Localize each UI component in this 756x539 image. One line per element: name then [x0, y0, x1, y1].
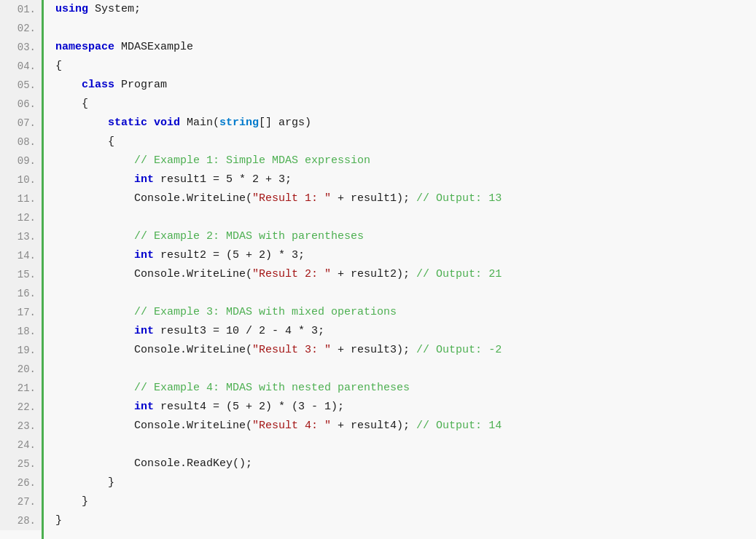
token-plain	[55, 401, 134, 413]
token-comment: // Example 1: Simple MDAS expression	[134, 154, 370, 167]
token-string: "Result 1: "	[252, 192, 331, 205]
code-line: static void Main(string[] args)	[55, 114, 756, 133]
code-line: Console.WriteLine("Result 1: " + result1…	[55, 189, 756, 208]
code-line: {	[55, 133, 756, 152]
token-plain	[55, 249, 134, 261]
code-line: namespace MDASExample	[55, 38, 756, 57]
line-number: 09.	[0, 152, 42, 170]
token-plain: Console.WriteLine(	[55, 268, 252, 280]
token-plain	[55, 173, 134, 186]
line-number: 02.	[0, 19, 42, 38]
line-number: 04.	[0, 57, 42, 76]
line-number: 18.	[0, 322, 42, 341]
code-line: }	[55, 511, 756, 530]
code-line: }	[55, 473, 756, 492]
code-line: int result1 = 5 * 2 + 3;	[55, 170, 756, 189]
token-kw: using	[55, 3, 88, 15]
token-kw: int	[134, 249, 154, 261]
token-string: "Result 2: "	[252, 268, 331, 280]
line-number: 11.	[0, 189, 42, 208]
token-comment: // Output: 14	[416, 420, 502, 432]
token-plain: result2 = (5 + 2) * 3;	[154, 249, 305, 261]
code-line: {	[55, 95, 756, 114]
code-line: int result2 = (5 + 2) * 3;	[55, 246, 756, 265]
token-kw: int	[134, 173, 154, 186]
code-line: int result4 = (5 + 2) * (3 - 1);	[55, 398, 756, 417]
token-plain	[55, 382, 134, 394]
token-plain	[55, 325, 134, 337]
line-number: 05.	[0, 76, 42, 95]
token-kw: int	[134, 401, 154, 413]
token-plain: + result3);	[331, 344, 416, 356]
code-line	[55, 360, 756, 379]
code-line	[55, 208, 756, 227]
token-plain: }	[55, 476, 114, 489]
code-line: // Example 1: Simple MDAS expression	[55, 152, 756, 170]
token-plain: Program	[114, 79, 167, 91]
token-plain	[55, 306, 134, 318]
code-line	[55, 19, 756, 38]
line-number: 21.	[0, 379, 42, 398]
token-plain: }	[55, 514, 62, 527]
line-number: 20.	[0, 360, 42, 379]
line-number: 24.	[0, 436, 42, 455]
token-kw: namespace	[55, 41, 114, 53]
code-content[interactable]: using System; namespace MDASExample{ cla…	[44, 0, 756, 539]
line-number: 08.	[0, 133, 42, 152]
token-plain	[147, 117, 154, 129]
line-number: 12.	[0, 208, 42, 227]
code-line: }	[55, 492, 756, 511]
token-plain: + result1);	[331, 192, 416, 205]
token-plain	[55, 79, 82, 91]
token-string: "Result 4: "	[252, 420, 331, 432]
token-plain: result3 = 10 / 2 - 4 * 3;	[154, 325, 324, 337]
line-number: 10.	[0, 170, 42, 189]
code-line: Console.WriteLine("Result 4: " + result4…	[55, 417, 756, 436]
token-plain: {	[55, 135, 114, 148]
code-line: Console.WriteLine("Result 2: " + result2…	[55, 265, 756, 284]
line-number: 14.	[0, 246, 42, 265]
line-number: 23.	[0, 417, 42, 436]
line-number: 06.	[0, 95, 42, 114]
token-kw: void	[154, 117, 180, 129]
line-number: 27.	[0, 492, 42, 511]
line-number: 22.	[0, 398, 42, 417]
line-numbers: 01.02.03.04.05.06.07.08.09.10.11.12.13.1…	[0, 0, 44, 539]
line-number: 16.	[0, 284, 42, 303]
line-number: 26.	[0, 473, 42, 492]
token-comment: // Example 2: MDAS with parentheses	[134, 230, 364, 243]
token-plain	[55, 230, 134, 243]
token-plain	[55, 117, 108, 129]
line-number: 17.	[0, 303, 42, 322]
line-number: 07.	[0, 114, 42, 133]
token-plain: Console.ReadKey();	[55, 457, 252, 470]
token-plain: Console.WriteLine(	[55, 344, 252, 356]
line-number: 25.	[0, 455, 42, 473]
code-line: int result3 = 10 / 2 - 4 * 3;	[55, 322, 756, 341]
line-number: 28.	[0, 511, 42, 530]
line-number: 03.	[0, 38, 42, 57]
token-comment: // Example 3: MDAS with mixed operations	[134, 306, 397, 318]
token-plain: Console.WriteLine(	[55, 420, 252, 432]
token-comment: // Example 4: MDAS with nested parenthes…	[134, 382, 410, 394]
token-string: "Result 3: "	[252, 344, 331, 356]
token-kw-blue: string	[219, 117, 259, 129]
token-kw: int	[134, 325, 154, 337]
token-plain: }	[55, 495, 88, 508]
token-comment: // Output: 21	[416, 268, 502, 280]
code-line	[55, 436, 756, 455]
token-plain: + result2);	[331, 268, 416, 280]
token-plain: + result4);	[331, 420, 416, 432]
line-number: 13.	[0, 227, 42, 246]
code-line: {	[55, 57, 756, 76]
line-number: 19.	[0, 341, 42, 360]
code-editor: 01.02.03.04.05.06.07.08.09.10.11.12.13.1…	[0, 0, 756, 539]
token-plain: System;	[88, 3, 141, 15]
token-plain: Console.WriteLine(	[55, 192, 252, 205]
code-line: Console.ReadKey();	[55, 455, 756, 473]
code-line: Console.WriteLine("Result 3: " + result3…	[55, 341, 756, 360]
token-kw: class	[82, 79, 114, 91]
token-kw: static	[108, 117, 147, 129]
token-plain: Main(	[180, 117, 219, 129]
code-line: // Example 2: MDAS with parentheses	[55, 227, 756, 246]
